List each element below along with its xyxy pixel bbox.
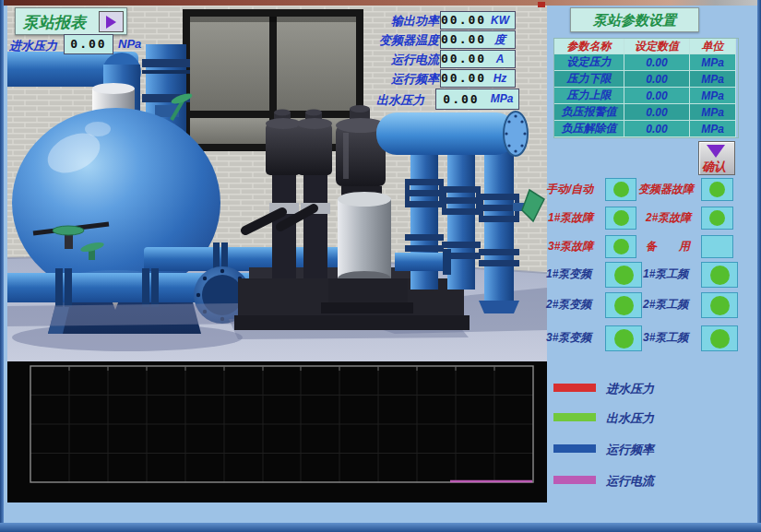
report-arrow-button[interactable]	[99, 11, 124, 32]
pump2-mains-led	[710, 296, 730, 315]
pump-station-hmi-screen: 泵站报表 进水压力 0.00 NPa 输出功率 00.00 KW 变频器温度 0…	[0, 0, 761, 532]
discharge-risers	[395, 136, 519, 313]
settings-panel-title: 泵站参数设置	[570, 7, 699, 32]
grid-horizontal-lines	[30, 396, 533, 454]
param-unit: MPa	[690, 88, 736, 104]
pump3-fault-label: 3#泵故障	[548, 239, 603, 254]
param-unit: MPa	[690, 54, 736, 71]
legend-swatch-frequency	[553, 444, 596, 453]
pump3-mains-led	[710, 329, 730, 349]
confirm-triangle-icon	[707, 145, 725, 158]
inverter-fault-label: 变频器故障	[638, 182, 699, 197]
run-current-unit: A	[485, 50, 516, 68]
col-header-name: 参数名称	[554, 39, 624, 54]
trend-chart-plot	[7, 361, 547, 502]
outlet-manifold-pipe	[376, 112, 528, 156]
spare-label: 备 用	[646, 239, 699, 254]
top-edge-strip	[0, 0, 761, 6]
pump3-mains-indicator	[701, 325, 738, 351]
pump2-fault-label: 2#泵故障	[646, 210, 699, 226]
mode-led	[613, 182, 629, 197]
right-border	[757, 0, 761, 532]
legend-label-frequency: 运行频率	[606, 442, 654, 458]
param-name: 压力上限	[554, 88, 624, 104]
pump1-vfd-indicator	[605, 262, 642, 288]
pump2-vfd-label: 2#泵变频	[546, 297, 603, 313]
pump3-vfd-label: 3#泵变频	[546, 330, 603, 346]
legend-label-current: 运行电流	[606, 473, 654, 490]
param-value[interactable]: 0.00	[624, 54, 690, 71]
pump2-vfd-indicator	[605, 292, 642, 318]
pump2-fault-indicator	[701, 207, 733, 230]
pump3-fault-indicator	[605, 235, 636, 258]
scene-corner-mark	[538, 2, 545, 7]
legend-swatch-outlet	[553, 413, 596, 421]
left-border	[0, 0, 4, 532]
confirm-button-label: 确认	[702, 159, 726, 175]
inlet-pressure-unit: NPa	[118, 37, 141, 51]
run-current-label: 运行电流	[367, 52, 439, 68]
col-header-unit: 单位	[690, 39, 736, 54]
outlet-pressure-unit: MPa	[485, 89, 519, 110]
mode-indicator[interactable]	[605, 178, 636, 201]
pump2-vfd-led	[614, 296, 634, 315]
col-header-value: 设定数值	[624, 39, 690, 54]
param-name: 设定压力	[554, 54, 624, 71]
pump1-vfd-led	[614, 266, 634, 285]
param-unit: MPa	[690, 71, 736, 88]
param-unit: MPa	[690, 121, 736, 137]
spare-indicator	[701, 235, 733, 258]
pump3-mains-label: 3#泵工频	[643, 330, 700, 346]
param-value[interactable]: 0.00	[624, 71, 690, 88]
legend-label-outlet: 出水压力	[606, 410, 654, 427]
axis-ticks	[69, 366, 494, 371]
param-value[interactable]: 0.00	[624, 121, 690, 137]
outlet-pressure-value: 0.00	[435, 89, 487, 110]
pump2-fault-led	[709, 210, 725, 226]
pump1-mains-led	[710, 266, 730, 285]
outlet-pressure-label: 出水压力	[376, 92, 424, 109]
param-value[interactable]: 0.00	[624, 104, 690, 121]
pump1-fault-led	[613, 210, 629, 226]
pump1-fault-label: 1#泵故障	[548, 210, 603, 226]
pump3-vfd-led	[614, 329, 634, 349]
param-name: 压力下限	[554, 71, 624, 88]
param-unit: MPa	[690, 104, 736, 121]
pump2-mains-indicator	[701, 292, 738, 318]
trend-chart	[7, 361, 547, 502]
output-power-unit: KW	[485, 11, 516, 30]
run-frequency-unit: Hz	[485, 69, 516, 88]
confirm-button[interactable]: 确认	[698, 141, 735, 175]
pump2-mains-label: 2#泵工频	[643, 297, 700, 313]
run-frequency-label: 运行频率	[367, 71, 439, 88]
run-frequency-value: 00.00	[440, 69, 487, 88]
param-name: 负压解除值	[554, 121, 624, 137]
inverter-temp-value: 00.00	[440, 30, 487, 49]
pump3-vfd-indicator	[605, 325, 642, 351]
output-power-label: 输出功率	[367, 13, 439, 30]
pump1-mains-indicator	[701, 262, 738, 288]
pump3-fault-led	[613, 239, 629, 254]
bottom-border	[0, 523, 761, 532]
param-name: 负压报警值	[554, 104, 624, 121]
run-current-value: 00.00	[440, 50, 487, 68]
settings-table: 参数名称 设定数值 单位 设定压力 0.00 MPa 压力下限 0.00 MPa…	[553, 38, 739, 138]
inverter-fault-indicator	[701, 178, 733, 201]
legend-swatch-current	[553, 476, 596, 484]
pump1-mains-label: 1#泵工频	[643, 266, 700, 282]
play-icon	[106, 16, 116, 29]
inlet-pressure-label: 进水压力	[9, 38, 57, 54]
mode-label: 手动/自动	[546, 182, 603, 197]
inverter-fault-led	[709, 182, 725, 197]
pump1-vfd-label: 1#泵变频	[546, 266, 603, 282]
legend-swatch-inlet	[553, 384, 596, 392]
report-button[interactable]: 泵站报表	[15, 7, 127, 35]
inverter-temp-label: 变频器温度	[367, 32, 439, 49]
inverter-temp-unit: 度	[485, 30, 516, 49]
report-button-label: 泵站报表	[23, 12, 86, 33]
pump1-fault-indicator	[605, 207, 636, 230]
legend-label-inlet: 进水压力	[606, 381, 654, 397]
output-power-value: 00.00	[440, 11, 487, 30]
param-value[interactable]: 0.00	[624, 88, 690, 104]
inlet-pressure-value: 0.00	[64, 34, 113, 54]
